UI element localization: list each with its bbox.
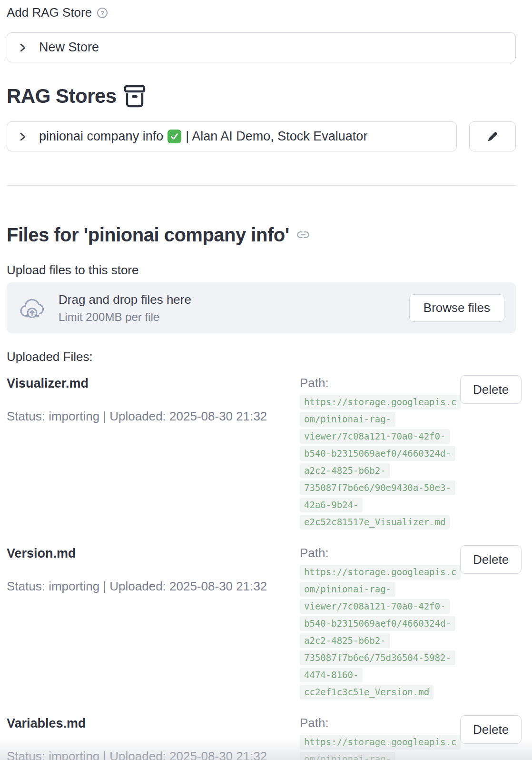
check-mark-green-emoji (167, 130, 181, 143)
rag-store-page: Add RAG Store ? New Store RAG Stores (0, 0, 532, 760)
file-path-label: Path: (300, 375, 450, 391)
chevron-right-icon (19, 43, 27, 52)
file-path-code-line: https://storage.googleapis.c (300, 395, 461, 410)
files-heading: Files for 'pinionai company info' (7, 223, 516, 246)
add-rag-store-label-text: Add RAG Store (7, 5, 92, 20)
rag-stores-heading-text: RAG Stores (7, 84, 117, 108)
question-circle-icon[interactable]: ? (97, 7, 108, 19)
file-path-code-line: om/pinionai-rag- (300, 412, 395, 427)
file-status: Status: importing | Uploaded: 2025-08-30… (7, 579, 300, 594)
file-actions: Delete (450, 545, 522, 702)
file-row: Variables.md Status: importing | Uploade… (7, 715, 516, 760)
store-expander[interactable]: pinionai company info | Alan AI Demo, St… (7, 121, 457, 151)
file-status: Status: importing | Uploaded: 2025-08-30… (7, 749, 300, 760)
new-store-expander-label: New Store (39, 40, 99, 55)
file-path-code: https://storage.googleapis.com/pinionai-… (300, 735, 450, 760)
file-actions: Delete (450, 375, 522, 532)
file-path: Path: https://storage.googleapis.com/pin… (300, 715, 450, 760)
file-path-code-line: 42a6-9b24- (300, 498, 363, 512)
file-path-code-line: b540-b2315069aef0/4660324d- (300, 446, 455, 461)
file-name: Version.md (7, 545, 300, 561)
file-path-label: Path: (300, 545, 450, 561)
file-path-code-line: om/pinionai-rag- (300, 582, 395, 597)
dropzone-text: Drag and drop files here Limit 200MB per… (59, 292, 409, 324)
chevron-right-icon (19, 132, 27, 141)
file-name: Variables.md (7, 715, 300, 731)
file-path-code: https://storage.googleapis.com/pinionai-… (300, 395, 450, 530)
rag-stores-heading: RAG Stores (7, 84, 516, 108)
file-path-code-line: https://storage.googleapis.c (300, 565, 461, 580)
store-row: pinionai company info | Alan AI Demo, St… (7, 121, 516, 151)
upload-files-label: Upload files to this store (7, 262, 516, 278)
file-path-code-line: om/pinionai-rag- (300, 752, 395, 760)
file-path-code-line: e2c52c81517e_Visualizer.md (300, 515, 450, 530)
file-path-code-line: viewer/7c08a121-70a0-42f0- (300, 599, 450, 614)
dropzone-title: Drag and drop files here (59, 292, 409, 307)
delete-file-button[interactable]: Delete (460, 545, 522, 574)
file-path-code-line: 735087f7b6e6/75d36504-5982- (300, 650, 455, 665)
store-expander-label: pinionai company info | Alan AI Demo, St… (39, 129, 367, 144)
link-icon[interactable] (296, 228, 310, 241)
new-store-expander[interactable]: New Store (7, 32, 516, 62)
file-status: Status: importing | Uploaded: 2025-08-30… (7, 409, 300, 424)
file-path-code-line: viewer/7c08a121-70a0-42f0- (300, 429, 450, 444)
browse-files-button[interactable]: Browse files (409, 294, 504, 322)
divider (7, 185, 516, 186)
file-actions: Delete (450, 715, 522, 760)
uploaded-files-label: Uploaded Files: (7, 349, 516, 365)
file-path: Path: https://storage.googleapis.com/pin… (300, 545, 450, 702)
file-path-code-line: 735087f7b6e6/90e9430a-50e3- (300, 480, 455, 495)
file-path-code-line: a2c2-4825-b6b2- (300, 633, 390, 648)
dropzone-limit: Limit 200MB per file (59, 310, 409, 324)
file-info: Variables.md Status: importing | Uploade… (7, 715, 300, 760)
file-path-code-line: https://storage.googleapis.c (300, 735, 461, 750)
file-path: Path: https://storage.googleapis.com/pin… (300, 375, 450, 532)
file-name: Visualizer.md (7, 375, 300, 391)
pencil-icon (486, 130, 499, 143)
file-path-code: https://storage.googleapis.com/pinionai-… (300, 565, 450, 700)
edit-store-button[interactable] (469, 121, 516, 151)
file-path-code-line: b540-b2315069aef0/4660324d- (300, 616, 455, 631)
file-path-code-line: a2c2-4825-b6b2- (300, 463, 390, 478)
file-info: Visualizer.md Status: importing | Upload… (7, 375, 300, 532)
file-path-code-line: cc2ef1c3c51e_Version.md (300, 685, 433, 700)
file-info: Version.md Status: importing | Uploaded:… (7, 545, 300, 702)
file-row: Visualizer.md Status: importing | Upload… (7, 375, 516, 532)
file-path-code-line: 4474-8160- (300, 668, 363, 682)
file-path-label: Path: (300, 715, 450, 731)
svg-text:?: ? (100, 9, 104, 16)
file-dropzone[interactable]: Drag and drop files here Limit 200MB per… (7, 282, 516, 333)
uploaded-files-list: Visualizer.md Status: importing | Upload… (7, 375, 516, 760)
files-heading-text: Files for 'pinionai company info' (7, 223, 289, 246)
file-row: Version.md Status: importing | Uploaded:… (7, 545, 516, 702)
add-rag-store-label: Add RAG Store ? (7, 5, 516, 20)
cloud-upload-icon (19, 297, 46, 319)
delete-file-button[interactable]: Delete (460, 715, 522, 744)
store-name: pinionai company info (39, 129, 163, 144)
store-suffix: | Alan AI Demo, Stock Evaluator (186, 129, 367, 144)
archive-box-icon (124, 84, 146, 108)
delete-file-button[interactable]: Delete (460, 375, 522, 404)
